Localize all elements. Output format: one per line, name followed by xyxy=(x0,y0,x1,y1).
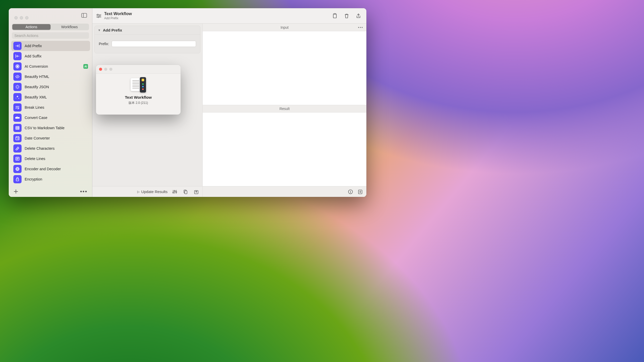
svg-point-23 xyxy=(350,190,351,191)
action-card-add-prefix: ▼ Add Prefix Prefix: xyxy=(94,26,200,53)
sidebar-item-label: Delete Characters xyxy=(25,146,55,150)
input-header-label: Input xyxy=(280,25,288,29)
svg-rect-20 xyxy=(185,191,187,194)
svg-rect-8 xyxy=(16,168,19,170)
search-input[interactable] xyxy=(14,34,86,38)
sidebar-item-delete-characters[interactable]: Delete Characters xyxy=(11,143,90,154)
io-column: Input ••• Result xyxy=(203,24,366,197)
about-app-name: Text Workflow xyxy=(125,95,152,100)
sidebar-item-beautify-json[interactable]: Beautify JSON xyxy=(11,82,90,92)
sidebar-item-label: AI Conversion xyxy=(25,64,48,68)
sidebar-tabs: Actions Workflows xyxy=(12,24,89,30)
add-action-button[interactable] xyxy=(13,189,18,194)
burst-icon xyxy=(13,83,22,91)
svg-text:abc: abc xyxy=(15,116,19,119)
paste-icon[interactable] xyxy=(332,13,338,19)
about-dialog: Text Workflow 版本 2.0 (211) xyxy=(96,65,181,115)
svg-point-17 xyxy=(174,190,175,192)
svg-rect-0 xyxy=(82,13,87,17)
settings-sliders-icon[interactable] xyxy=(96,14,102,18)
sidebar-item-break-lines[interactable]: Break Lines xyxy=(11,102,90,113)
sidebar-item-label: Encryption xyxy=(25,177,42,181)
app-window: Actions Workflows Add PrefixAdd SuffixAI… xyxy=(9,8,366,197)
update-results-label: Update Results xyxy=(141,189,168,194)
arrow-right-bar-icon xyxy=(13,42,22,50)
svg-point-13 xyxy=(98,17,99,18)
sidebar-item-label: Beautify XML xyxy=(25,95,47,99)
sidebar-item-encryption[interactable]: Encryption xyxy=(11,174,90,184)
toggle-sidebar-icon[interactable] xyxy=(80,12,89,19)
input-textarea[interactable] xyxy=(203,31,366,105)
chip-icon xyxy=(13,165,22,173)
tab-workflows[interactable]: Workflows xyxy=(51,24,89,30)
prefix-label: Prefix: xyxy=(99,42,109,46)
table-icon xyxy=(13,124,22,132)
sidebar-item-delete-lines[interactable]: Delete Lines xyxy=(11,154,90,164)
svg-point-11 xyxy=(97,14,98,15)
svg-rect-10 xyxy=(16,179,19,181)
code-brackets-icon xyxy=(13,73,22,81)
svg-point-12 xyxy=(99,15,100,16)
sidebar-item-label: CSV to Markdown Table xyxy=(25,126,64,130)
action-card-title: Add Prefix xyxy=(103,28,122,32)
about-minimize-icon xyxy=(104,68,107,71)
traffic-zoom-icon[interactable] xyxy=(25,16,28,19)
erase-icon xyxy=(13,144,22,153)
disclosure-triangle-icon[interactable]: ▼ xyxy=(98,28,101,32)
about-version: 版本 2.0 (211) xyxy=(129,101,148,105)
tab-actions[interactable]: Actions xyxy=(12,24,51,30)
export-up-icon[interactable] xyxy=(194,189,199,194)
result-header-label: Result xyxy=(279,107,290,111)
info-icon[interactable] xyxy=(348,189,353,194)
ai-spark-icon xyxy=(13,62,22,71)
sidebar-item-label: Add Suffix xyxy=(25,54,42,58)
sidebar-item-convert-case[interactable]: abcConvert Case xyxy=(11,113,90,123)
prefix-input[interactable] xyxy=(112,41,196,47)
svg-rect-4 xyxy=(16,126,19,129)
sidebar-item-add-prefix[interactable]: Add Prefix xyxy=(11,41,90,51)
about-close-icon[interactable] xyxy=(99,68,102,71)
sidebar-item-label: Date Converter xyxy=(25,136,50,140)
svg-point-16 xyxy=(173,192,174,193)
sidebar-item-beautify-html[interactable]: Beautify HTML xyxy=(11,72,90,82)
arrow-left-bar-icon xyxy=(13,52,22,60)
trash-icon[interactable] xyxy=(344,13,349,19)
toolbar: Text Workflow Add Prefix xyxy=(92,8,366,24)
svg-point-18 xyxy=(176,192,177,193)
search-actions[interactable] xyxy=(12,32,89,39)
update-results-button[interactable]: ▷ Update Results xyxy=(137,189,168,194)
sidebar-item-label: Convert Case xyxy=(25,116,47,120)
sidebar-item-label: Encoder and Decoder xyxy=(25,167,61,171)
traffic-minimize-icon[interactable] xyxy=(20,16,23,19)
sidebar-item-ai-conversion[interactable]: AI ConversionAI xyxy=(11,61,90,72)
toolbar-title: Text Workflow xyxy=(104,12,132,16)
lines-x-icon xyxy=(13,155,22,163)
share-icon[interactable] xyxy=(356,13,361,19)
result-textarea xyxy=(203,113,366,186)
sidebar-item-add-suffix[interactable]: Add Suffix xyxy=(11,51,90,61)
input-header: Input ••• xyxy=(203,24,366,31)
lock-icon xyxy=(13,175,22,183)
download-icon[interactable] xyxy=(358,189,363,194)
svg-point-6 xyxy=(18,138,19,139)
sidebar-item-date-converter[interactable]: Date Converter xyxy=(11,133,90,143)
input-more-icon[interactable]: ••• xyxy=(358,25,363,29)
sidebar-item-beautify-xml[interactable]: Beautify XML xyxy=(11,92,90,102)
play-icon: ▷ xyxy=(137,190,140,194)
svg-rect-9 xyxy=(17,168,18,170)
sidebar-more-icon[interactable]: ••• xyxy=(80,188,87,195)
sidebar-item-label: Beautify HTML xyxy=(25,75,49,79)
action-list: Add PrefixAdd SuffixAI ConversionAIBeaut… xyxy=(9,41,92,186)
sidebar-item-label: Add Prefix xyxy=(25,44,42,48)
ai-badge: AI xyxy=(83,64,88,69)
sidebar-item-encoder-and-decoder[interactable]: Encoder and Decoder xyxy=(11,164,90,174)
wrap-icon xyxy=(13,103,22,112)
copy-icon[interactable] xyxy=(183,189,188,194)
traffic-close-icon[interactable] xyxy=(14,16,18,19)
calendar-icon xyxy=(13,134,22,142)
equalizer-icon[interactable] xyxy=(172,189,177,194)
sidebar-item-csv-to-markdown-table[interactable]: CSV to Markdown Table xyxy=(11,123,90,133)
abc-icon: abc xyxy=(13,114,22,122)
svg-rect-5 xyxy=(16,137,19,140)
app-logo-icon xyxy=(131,77,146,93)
